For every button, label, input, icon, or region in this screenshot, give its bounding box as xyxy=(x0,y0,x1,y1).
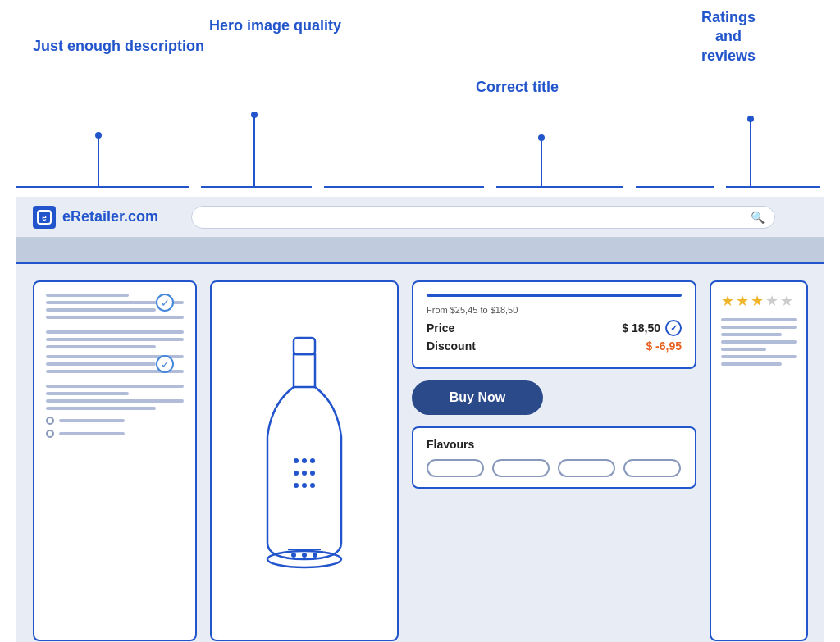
flavour-option-4[interactable] xyxy=(623,459,681,477)
title-line xyxy=(427,294,682,297)
flavour-option-1[interactable] xyxy=(427,459,484,477)
stars-row: ★ ★ ★ ★ ★ xyxy=(721,292,797,310)
radio-group xyxy=(46,417,184,438)
check-icon-2: ✓ xyxy=(156,355,174,373)
svg-point-23 xyxy=(302,471,307,476)
line xyxy=(721,362,782,366)
svg-rect-16 xyxy=(294,338,315,354)
line xyxy=(721,355,797,358)
price-row: Price $ 18,50 ✓ xyxy=(427,320,682,336)
svg-text:e: e xyxy=(42,213,47,222)
title-price-panel: From $25,45 to $18,50 Price $ 18,50 ✓ Di… xyxy=(412,280,696,369)
check-icon-1: ✓ xyxy=(156,294,174,312)
buy-now-button[interactable]: Buy Now xyxy=(412,380,543,415)
svg-point-30 xyxy=(302,553,307,558)
bottle-image xyxy=(243,330,366,592)
line xyxy=(46,345,156,348)
description-annotation: Just enough description xyxy=(33,37,204,56)
svg-point-26 xyxy=(302,483,307,488)
radio-item xyxy=(46,430,184,438)
svg-point-29 xyxy=(291,553,296,558)
svg-point-1 xyxy=(95,132,102,139)
svg-rect-17 xyxy=(294,354,315,387)
discount-row: Discount $ -6,95 xyxy=(427,339,682,353)
search-bar[interactable]: 🔍 xyxy=(191,206,775,229)
star-2: ★ xyxy=(736,292,749,310)
line xyxy=(46,407,156,410)
price-value: $ 18,50 ✓ xyxy=(622,320,682,336)
logo-text: eRetailer.com xyxy=(62,208,158,225)
star-5: ★ xyxy=(780,292,793,310)
line xyxy=(721,326,797,329)
line xyxy=(46,362,156,366)
browser-nav xyxy=(16,238,824,264)
hero-annotation: Hero image quality xyxy=(209,16,341,35)
star-3: ★ xyxy=(751,292,764,310)
line xyxy=(46,316,184,319)
star-1: ★ xyxy=(721,292,734,310)
site-logo: e eRetailer.com xyxy=(33,206,158,229)
line xyxy=(46,392,129,395)
radio-line xyxy=(59,419,125,422)
svg-point-31 xyxy=(313,553,317,558)
svg-point-27 xyxy=(310,483,315,488)
line xyxy=(46,385,184,388)
logo-icon: e xyxy=(33,206,56,229)
radio-item xyxy=(46,417,184,425)
flavours-title: Flavours xyxy=(427,438,682,451)
line xyxy=(46,294,129,297)
line xyxy=(721,318,797,321)
radio-circle xyxy=(46,417,54,425)
line xyxy=(46,330,184,334)
radio-circle xyxy=(46,430,54,438)
svg-point-24 xyxy=(310,471,315,476)
browser-topbar: e eRetailer.com 🔍 xyxy=(16,197,824,238)
price-amount: $ 18,50 xyxy=(622,321,660,335)
svg-point-22 xyxy=(294,471,299,476)
hero-image-panel xyxy=(210,280,399,641)
flavour-option-2[interactable] xyxy=(492,459,550,477)
line xyxy=(721,348,766,351)
line xyxy=(46,399,184,403)
product-page: ✓ ✓ xyxy=(16,264,824,642)
svg-point-5 xyxy=(538,134,545,141)
discount-label: Discount xyxy=(427,339,476,353)
line xyxy=(721,340,797,344)
review-lines xyxy=(721,318,797,366)
price-label: Price xyxy=(427,321,454,335)
price-from: From $25,45 to $18,50 xyxy=(427,305,682,315)
svg-point-21 xyxy=(310,458,315,463)
svg-point-7 xyxy=(747,116,754,122)
discount-value: $ -6,95 xyxy=(646,339,682,353)
search-icon: 🔍 xyxy=(751,211,765,224)
right-content: From $25,45 to $18,50 Price $ 18,50 ✓ Di… xyxy=(412,280,696,641)
radio-line xyxy=(59,432,125,435)
star-4: ★ xyxy=(765,292,778,310)
svg-point-25 xyxy=(294,483,299,488)
line xyxy=(721,333,782,336)
flavours-panel: Flavours xyxy=(412,426,696,489)
description-panel: ✓ ✓ xyxy=(33,280,197,641)
flavour-options xyxy=(427,459,682,477)
ratings-annotation: Ratingsandreviews xyxy=(701,8,756,66)
price-check-icon: ✓ xyxy=(665,320,682,336)
flavour-option-3[interactable] xyxy=(558,459,615,477)
svg-point-3 xyxy=(251,112,258,118)
svg-point-19 xyxy=(294,458,299,463)
ratings-panel: ★ ★ ★ ★ ★ xyxy=(710,280,808,641)
svg-point-20 xyxy=(302,458,307,463)
line xyxy=(46,338,184,341)
title-annotation: Correct title xyxy=(476,78,559,97)
line xyxy=(46,308,156,312)
